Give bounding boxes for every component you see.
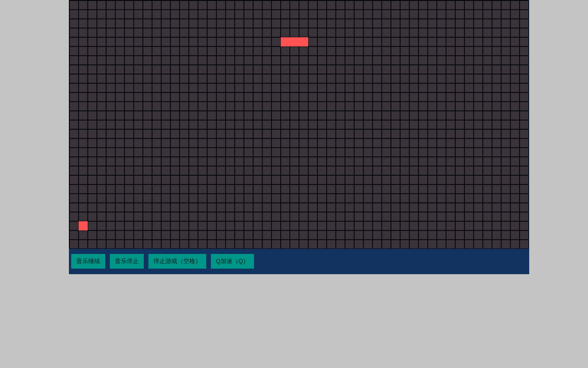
grid-cell — [446, 102, 455, 111]
grid-cell — [281, 138, 290, 148]
music-stop-button[interactable]: 音乐停止 — [110, 254, 144, 269]
grid-cell — [88, 129, 97, 138]
grid-cell — [299, 83, 308, 92]
grid-cell — [363, 230, 373, 240]
grid-cell — [216, 129, 226, 138]
grid-cell — [492, 19, 501, 28]
grid-cell — [391, 157, 400, 166]
grid-cell — [161, 157, 170, 166]
grid-cell — [474, 37, 483, 46]
grid-cell — [244, 194, 253, 203]
grid-cell — [69, 203, 79, 212]
grid-cell — [363, 19, 373, 28]
grid-cell — [400, 56, 409, 65]
grid-cell — [492, 194, 501, 203]
grid-cell — [437, 0, 446, 10]
grid-cell — [170, 46, 180, 56]
grid-cell — [354, 46, 363, 56]
grid-cell — [409, 46, 418, 56]
grid-cell — [363, 157, 373, 166]
grid-cell — [299, 212, 308, 221]
grid-cell — [198, 194, 207, 203]
grid-cell — [152, 138, 161, 148]
grid-cell — [400, 65, 409, 74]
grid-cell — [290, 184, 299, 194]
grid-cell — [363, 92, 373, 102]
grid-cell — [428, 28, 437, 37]
grid-cell — [308, 46, 317, 56]
grid-cell — [189, 19, 198, 28]
grid-cell — [79, 138, 88, 148]
grid-cell — [409, 92, 418, 102]
grid-cell — [226, 19, 235, 28]
grid-cell — [345, 203, 354, 212]
grid-cell — [198, 92, 207, 102]
grid-cell — [271, 10, 281, 19]
grid-cell — [115, 175, 124, 184]
grid-cell — [400, 74, 409, 83]
grid-cell — [299, 175, 308, 184]
grid-cell — [501, 65, 510, 74]
grid-cell — [437, 230, 446, 240]
grid-cell — [391, 0, 400, 10]
grid-cell — [290, 102, 299, 111]
game-board[interactable] — [69, 0, 528, 248]
grid-cell — [235, 221, 244, 230]
grid-cell — [483, 184, 492, 194]
grid-cell — [207, 111, 216, 120]
grid-cell — [124, 129, 134, 138]
grid-cell — [124, 65, 134, 74]
grid-cell — [161, 56, 170, 65]
grid-cell — [235, 157, 244, 166]
grid-cell — [152, 111, 161, 120]
grid-cell — [373, 148, 382, 157]
grid-cell — [290, 221, 299, 230]
grid-cell — [88, 19, 97, 28]
grid-cell — [483, 129, 492, 138]
grid-cell — [354, 203, 363, 212]
grid-cell — [226, 138, 235, 148]
grid-cell — [483, 203, 492, 212]
grid-cell — [510, 0, 520, 10]
grid-cell — [446, 212, 455, 221]
grid-cell — [327, 194, 336, 203]
grid-cell — [418, 111, 428, 120]
grid-cell — [400, 28, 409, 37]
grid-cell — [409, 148, 418, 157]
grid-cell — [235, 148, 244, 157]
grid-cell — [501, 240, 510, 249]
grid-cell — [134, 175, 143, 184]
grid-cell — [299, 46, 308, 56]
grid-cell — [483, 10, 492, 19]
grid-cell — [216, 194, 226, 203]
grid-cell — [180, 240, 189, 249]
grid-cell — [464, 184, 474, 194]
grid-cell — [262, 148, 271, 157]
grid-cell — [290, 92, 299, 102]
grid-cell — [474, 65, 483, 74]
grid-cell — [207, 92, 216, 102]
grid-cell — [354, 194, 363, 203]
grid-cell — [290, 240, 299, 249]
grid-cell — [373, 175, 382, 184]
pause-game-button[interactable]: 停止游戏（空格） — [148, 254, 206, 269]
grid-cell — [271, 46, 281, 56]
grid-cell — [327, 157, 336, 166]
grid-cell — [391, 166, 400, 175]
grid-cell — [253, 65, 262, 74]
grid-cell — [428, 175, 437, 184]
grid-cell — [336, 28, 345, 37]
grid-cell — [428, 240, 437, 249]
music-resume-button[interactable]: 音乐继续 — [71, 254, 105, 269]
grid-cell — [152, 19, 161, 28]
grid-cell — [437, 157, 446, 166]
grid-cell — [520, 166, 529, 175]
speed-up-button[interactable]: Q加速（Q） — [211, 254, 254, 269]
grid-cell — [510, 46, 520, 56]
grid-cell — [464, 102, 474, 111]
grid-cell — [134, 230, 143, 240]
grid-cell — [180, 19, 189, 28]
grid-cell — [115, 129, 124, 138]
grid-cell — [97, 212, 106, 221]
grid-cell — [152, 221, 161, 230]
